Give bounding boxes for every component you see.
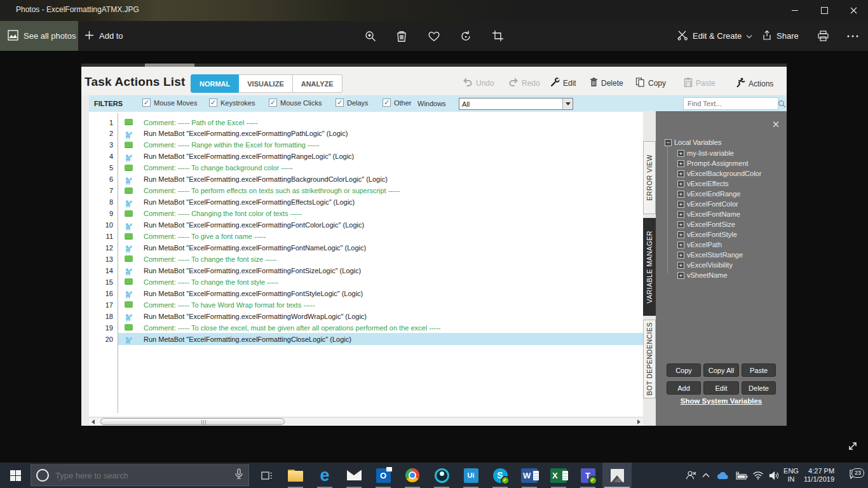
delete-button[interactable]: Delete	[590, 78, 623, 89]
delete-icon[interactable]	[391, 21, 412, 51]
action-row[interactable]: 5Comment: ----- To change background col…	[89, 163, 643, 173]
scrollbar-thumb[interactable]	[100, 418, 285, 425]
checkbox-mouse-clicks[interactable]: ✓	[269, 98, 277, 107]
checkbox-mouse-moves[interactable]: ✓	[142, 98, 151, 107]
language-indicator[interactable]: ENGIN	[780, 463, 802, 488]
find-text-input[interactable]	[684, 100, 778, 107]
expand-icon[interactable]: +	[677, 211, 684, 218]
checkbox-delays[interactable]: ✓	[336, 98, 344, 107]
photo-image-aa-task-actions[interactable]: Task Actions List NORMALVISUALIZEANALYZE…	[81, 64, 787, 426]
taskbar-app-excel[interactable]: X	[544, 463, 573, 488]
variables-paste-button[interactable]: Paste	[742, 363, 776, 377]
side-tab-error-view[interactable]: ERROR VIEW	[643, 141, 656, 214]
close-button[interactable]	[839, 0, 868, 21]
task-view-icon[interactable]	[254, 463, 280, 488]
expand-icon[interactable]: +	[677, 272, 684, 279]
action-row[interactable]: 1Comment: ----- Path of the Excel -----	[89, 117, 643, 128]
action-row[interactable]: 11Comment: ----- To give a font name ---…	[89, 231, 643, 242]
taskbar-app-teams[interactable]: T✓	[573, 463, 602, 488]
taskbar-app-skype[interactable]: S✓	[485, 463, 515, 488]
start-button[interactable]	[0, 463, 31, 488]
variable-item[interactable]: +my-list-variable	[677, 149, 734, 157]
minimize-button[interactable]	[780, 0, 810, 21]
side-tab-variable-manager[interactable]: VARIABLE MANAGER	[643, 218, 656, 316]
variable-item[interactable]: +vExcelStartRange	[677, 251, 743, 259]
variable-item[interactable]: +vExcelBackgroundColor	[677, 170, 761, 177]
variable-item[interactable]: +vExcelPath	[677, 241, 722, 248]
taskbar-app-mail[interactable]	[339, 463, 369, 488]
variables-add-button[interactable]: Add	[667, 381, 701, 395]
variables-edit-button[interactable]: Edit	[703, 381, 739, 395]
tray-chevron-up-icon[interactable]	[699, 463, 713, 488]
expand-icon[interactable]: +	[677, 241, 684, 248]
action-row[interactable]: 16Run MetaBot "ExcelFormatting.excelForm…	[89, 288, 643, 299]
microphone-icon[interactable]	[234, 468, 243, 482]
expand-icon[interactable]: +	[677, 160, 684, 167]
panel-close-icon[interactable]: ✕	[770, 119, 782, 130]
action-row[interactable]: 12Run MetaBot "ExcelFormatting.excelForm…	[89, 242, 643, 253]
maximize-button[interactable]	[810, 0, 839, 21]
actions-button[interactable]: Actions	[736, 78, 773, 90]
collapse-icon[interactable]: −	[665, 139, 672, 146]
taskbar-app-automation-anywhere-client[interactable]	[427, 463, 456, 488]
expand-icon[interactable]: +	[677, 191, 684, 198]
edit-button[interactable]: Edit	[550, 78, 576, 89]
taskbar-search-input[interactable]	[54, 470, 229, 481]
expand-icon[interactable]: +	[677, 170, 684, 177]
copy-button[interactable]: Copy	[635, 78, 666, 89]
expand-icon[interactable]: +	[677, 262, 684, 269]
taskbar-app-word[interactable]: W	[515, 463, 544, 488]
variable-item[interactable]: +vExcelVisibility	[677, 261, 733, 269]
variable-item[interactable]: +vExcelEffects	[677, 180, 729, 187]
tab-visualize[interactable]: VISUALIZE	[239, 74, 292, 93]
variables-delete-button[interactable]: Delete	[742, 381, 776, 395]
add-to-button[interactable]: Add to	[85, 21, 123, 51]
crop-icon[interactable]	[487, 21, 508, 51]
action-row[interactable]: 14Run MetaBot "ExcelFormatting.excelForm…	[89, 265, 643, 276]
fullscreen-toggle-icon[interactable]	[845, 438, 860, 456]
action-row[interactable]: 19Comment: ----- To close the excel, mus…	[89, 322, 643, 333]
scroll-right-icon[interactable]	[636, 419, 642, 424]
taskbar-app-outlook[interactable]: O	[369, 463, 398, 488]
variable-item[interactable]: +vExcelFontStyle	[677, 231, 737, 238]
windows-dropdown[interactable]: All	[459, 98, 573, 110]
variable-item[interactable]: +Prompt-Assignment	[677, 159, 749, 167]
variable-item[interactable]: +vExcelFontName	[677, 210, 740, 218]
taskbar-app-uipath[interactable]: Ui	[456, 463, 485, 488]
expand-icon[interactable]: +	[677, 201, 684, 208]
action-row[interactable]: 3Comment: ----- Range within the Excel f…	[89, 140, 643, 151]
checkbox-keystrokes[interactable]: ✓	[209, 98, 217, 107]
action-row[interactable]: 15Comment: ----- To change the font styl…	[89, 276, 643, 287]
action-row[interactable]: 20Run MetaBot "ExcelFormatting.excelForm…	[89, 334, 643, 344]
expand-icon[interactable]: +	[677, 221, 684, 228]
checkbox-other[interactable]: ✓	[383, 98, 391, 107]
variable-item[interactable]: +vExcelEndRange	[677, 190, 740, 198]
favorite-icon[interactable]	[423, 21, 445, 51]
variables-copy-all-button[interactable]: Copy All	[703, 363, 739, 377]
action-row[interactable]: 13Comment: ----- To change the font size…	[89, 254, 643, 264]
action-row[interactable]: 4Run MetaBot "ExcelFormatting.excelForma…	[89, 151, 643, 162]
more-options-button[interactable]	[842, 21, 864, 51]
clock[interactable]: 4:27 PM11/1/2019	[799, 463, 839, 488]
share-button[interactable]: Share	[761, 21, 799, 51]
people-icon[interactable]	[681, 463, 700, 488]
action-center-icon[interactable]: 23	[845, 463, 864, 488]
action-row[interactable]: 6Run MetaBot "ExcelFormatting.excelForma…	[89, 174, 643, 185]
expand-icon[interactable]: +	[677, 231, 684, 238]
wifi-icon[interactable]	[750, 463, 766, 488]
rotate-icon[interactable]	[455, 21, 477, 51]
expand-icon[interactable]: +	[677, 252, 684, 259]
action-row[interactable]: 9Comment: ----- Changing the font color …	[89, 208, 643, 219]
side-tab-bot-dependencies[interactable]: BOT DEPENDENCIES	[643, 320, 656, 398]
tab-analyze[interactable]: ANALYZE	[293, 74, 342, 93]
action-row[interactable]: 8Run MetaBot "ExcelFormatting.excelForma…	[89, 197, 643, 208]
taskbar-app-edge[interactable]: e	[310, 463, 339, 488]
action-row[interactable]: 10Run MetaBot "ExcelFormatting.excelForm…	[89, 220, 643, 231]
taskbar-app-file-explorer[interactable]	[281, 463, 310, 488]
variable-item[interactable]: +vExcelFontSize	[677, 220, 735, 228]
taskbar-app-chrome[interactable]	[398, 463, 427, 488]
variables-copy-button[interactable]: Copy	[667, 363, 701, 377]
variable-item[interactable]: +vSheetName	[677, 271, 728, 279]
print-icon[interactable]	[812, 21, 834, 51]
tab-normal[interactable]: NORMAL	[191, 74, 239, 93]
